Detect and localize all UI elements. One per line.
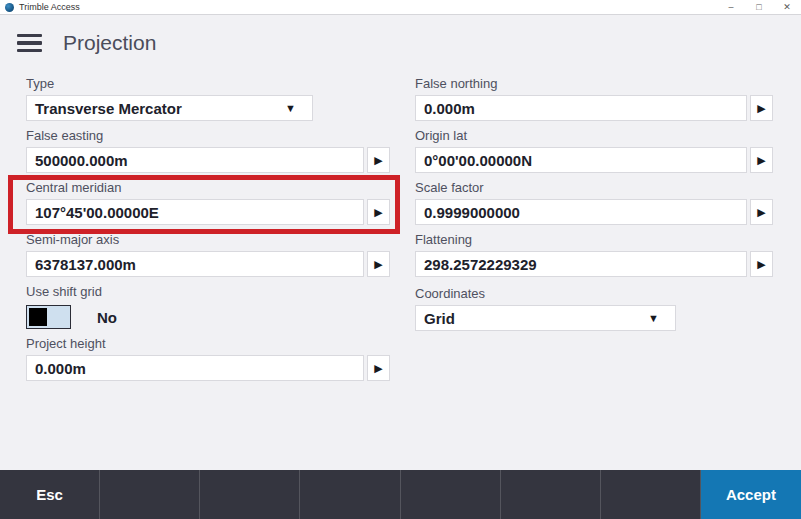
false-easting-input[interactable]: 500000.000m: [26, 147, 364, 173]
flattening-input[interactable]: 298.2572229329: [415, 251, 747, 277]
maximize-button[interactable]: □: [745, 0, 773, 14]
footer-softkey-bar: Esc Accept: [0, 470, 801, 519]
softkey-empty-1: [100, 470, 200, 519]
flattening-expand-button[interactable]: ▶: [750, 251, 773, 277]
field-group-flattening: Flattening 298.2572229329 ▶: [415, 233, 773, 277]
field-group-project-height: Project height 0.000m ▶: [26, 337, 390, 381]
origin-lat-label: Origin lat: [415, 129, 773, 143]
field-group-false-northing: False northing 0.000m ▶: [415, 77, 773, 121]
false-northing-value: 0.000m: [424, 100, 475, 117]
false-easting-label: False easting: [26, 129, 390, 143]
softkey-empty-2: [200, 470, 300, 519]
accept-button[interactable]: Accept: [701, 470, 801, 519]
false-easting-value: 500000.000m: [35, 152, 128, 169]
field-group-semi-major-axis: Semi-major axis 6378137.000m ▶: [26, 233, 390, 277]
central-meridian-label: Central meridian: [26, 181, 390, 195]
type-label: Type: [26, 77, 390, 91]
central-meridian-input[interactable]: 107°45'00.00000E: [26, 199, 364, 225]
close-button[interactable]: ✕: [773, 0, 801, 14]
softkey-empty-3: [300, 470, 400, 519]
right-triangle-icon: ▶: [757, 259, 765, 270]
project-height-label: Project height: [26, 337, 390, 351]
softkey-empty-6: [601, 470, 701, 519]
coordinates-value: Grid: [424, 310, 455, 327]
esc-button[interactable]: Esc: [0, 470, 100, 519]
form-right-column: False northing 0.000m ▶ Origin lat 0°00'…: [415, 77, 773, 339]
semi-major-axis-expand-button[interactable]: ▶: [367, 251, 390, 277]
semi-major-axis-label: Semi-major axis: [26, 233, 390, 247]
right-triangle-icon: ▶: [757, 207, 765, 218]
scale-factor-value: 0.9999000000: [424, 204, 520, 221]
field-group-type: Type Transverse Mercator ▼: [26, 77, 390, 121]
project-height-value: 0.000m: [35, 360, 86, 377]
page-title: Projection: [63, 31, 156, 55]
use-shift-grid-toggle[interactable]: [26, 305, 71, 329]
softkey-empty-5: [501, 470, 601, 519]
toggle-knob: [29, 308, 47, 326]
right-triangle-icon: ▶: [757, 155, 765, 166]
central-meridian-expand-button[interactable]: ▶: [367, 199, 390, 225]
type-value: Transverse Mercator: [35, 100, 182, 117]
field-group-origin-lat: Origin lat 0°00'00.00000N ▶: [415, 129, 773, 173]
project-height-expand-button[interactable]: ▶: [367, 355, 390, 381]
chevron-down-icon: ▼: [285, 102, 296, 114]
scale-factor-label: Scale factor: [415, 181, 773, 195]
trimble-globe-icon: [5, 3, 14, 12]
window-title: Trimble Access: [19, 2, 80, 12]
right-triangle-icon: ▶: [757, 103, 765, 114]
type-dropdown[interactable]: Transverse Mercator ▼: [26, 95, 313, 121]
origin-lat-value: 0°00'00.00000N: [424, 152, 532, 169]
field-group-use-shift-grid: Use shift grid No: [26, 285, 390, 329]
page-header: Projection: [0, 16, 801, 70]
right-triangle-icon: ▶: [374, 207, 382, 218]
coordinates-label: Coordinates: [415, 287, 773, 301]
right-triangle-icon: ▶: [374, 155, 382, 166]
field-group-false-easting: False easting 500000.000m ▶: [26, 129, 390, 173]
flattening-value: 298.2572229329: [424, 256, 537, 273]
false-northing-label: False northing: [415, 77, 773, 91]
semi-major-axis-input[interactable]: 6378137.000m: [26, 251, 364, 277]
scale-factor-input[interactable]: 0.9999000000: [415, 199, 747, 225]
central-meridian-value: 107°45'00.00000E: [35, 204, 159, 221]
minimize-button[interactable]: –: [717, 0, 745, 14]
use-shift-grid-label: Use shift grid: [26, 285, 390, 299]
chevron-down-icon: ▼: [648, 312, 659, 324]
hamburger-menu-icon[interactable]: [17, 34, 42, 52]
origin-lat-expand-button[interactable]: ▶: [750, 147, 773, 173]
right-triangle-icon: ▶: [374, 259, 382, 270]
false-northing-expand-button[interactable]: ▶: [750, 95, 773, 121]
flattening-label: Flattening: [415, 233, 773, 247]
origin-lat-input[interactable]: 0°00'00.00000N: [415, 147, 747, 173]
window-titlebar: Trimble Access – □ ✕: [0, 0, 801, 15]
false-northing-input[interactable]: 0.000m: [415, 95, 747, 121]
field-group-central-meridian: Central meridian 107°45'00.00000E ▶: [26, 181, 390, 225]
use-shift-grid-value: No: [97, 309, 117, 326]
form-left-column: Type Transverse Mercator ▼ False easting…: [26, 77, 390, 389]
scale-factor-expand-button[interactable]: ▶: [750, 199, 773, 225]
semi-major-axis-value: 6378137.000m: [35, 256, 136, 273]
field-group-coordinates: Coordinates Grid ▼: [415, 287, 773, 331]
right-triangle-icon: ▶: [374, 363, 382, 374]
softkey-empty-4: [401, 470, 501, 519]
false-easting-expand-button[interactable]: ▶: [367, 147, 390, 173]
coordinates-dropdown[interactable]: Grid ▼: [415, 305, 676, 331]
project-height-input[interactable]: 0.000m: [26, 355, 364, 381]
field-group-scale-factor: Scale factor 0.9999000000 ▶: [415, 181, 773, 225]
